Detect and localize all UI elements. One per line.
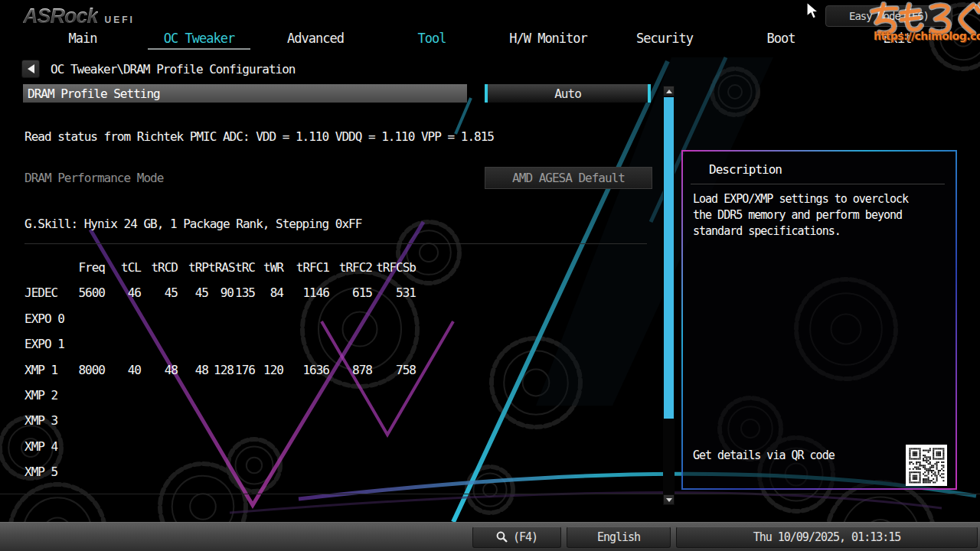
- column-header: tRAS: [208, 260, 234, 276]
- scroll-up-icon: [666, 90, 672, 93]
- value-accent-right: [648, 84, 651, 103]
- search-icon: [496, 531, 508, 543]
- table-cell: 45: [178, 285, 208, 301]
- tab-label: Main: [69, 31, 97, 46]
- dram-perf-mode-label: DRAM Performance Mode: [24, 171, 163, 185]
- back-arrow-icon: [28, 64, 34, 73]
- tab-exit[interactable]: Exit: [839, 31, 956, 52]
- memory-table-header: FreqtCLtRCDtRPtRAStRCtWRtRFC1tRFC2tRFCSb: [24, 260, 416, 285]
- tab-security[interactable]: Security: [606, 31, 723, 52]
- table-row: EXPO 0: [24, 311, 416, 337]
- row-label: XMP 2: [24, 388, 77, 403]
- easy-mode-label: Easy Mode (F6): [849, 10, 929, 22]
- table-cell: 48: [178, 363, 208, 378]
- setting-row-dram-profile[interactable]: DRAM Profile Setting: [23, 84, 467, 103]
- table-cell: 5600: [77, 285, 105, 301]
- row-label: XMP 5: [24, 465, 77, 480]
- table-row: XMP 3: [24, 413, 416, 439]
- tab-label: Tool: [418, 31, 446, 46]
- back-button[interactable]: [21, 60, 40, 78]
- tab-advanced[interactable]: Advanced: [257, 31, 374, 52]
- description-title: Description: [709, 162, 782, 177]
- tab-h-w-monitor[interactable]: H/W Monitor: [490, 31, 606, 52]
- table-row: XMP 4: [24, 439, 416, 465]
- scroll-down-icon: [666, 498, 672, 502]
- dimm-info-line: G.Skill: Hynix 24 GB, 1 Package Rank, St…: [24, 217, 361, 231]
- column-header: tRFC2: [329, 260, 372, 276]
- pmic-status-line: Read status from Richtek PMIC ADC: VDD =…: [24, 129, 494, 144]
- qr-code: [906, 445, 947, 486]
- table-row: XMP 2: [24, 388, 416, 413]
- table-cell: 1636: [283, 363, 329, 378]
- scrollbar-thumb[interactable]: [664, 97, 674, 419]
- table-cell: 615: [329, 285, 372, 301]
- column-header: tRC: [234, 260, 255, 276]
- footer-bar: (F4) English Thu 10/09/2025, 01:13:15: [0, 522, 980, 551]
- table-cell: 120: [255, 363, 283, 378]
- value-accent-left: [485, 84, 488, 103]
- tab-label: Security: [636, 31, 693, 46]
- table-cell: 1146: [283, 285, 329, 301]
- table-row: XMP 5: [24, 465, 416, 490]
- tab-label: Advanced: [287, 31, 344, 46]
- table-cell: 48: [141, 363, 178, 378]
- bios-screen: ASRock UEFI Easy Mode (F6) MainOC Tweake…: [0, 0, 980, 551]
- tab-label: Exit: [884, 31, 912, 46]
- dram-profile-value-box[interactable]: Auto: [485, 84, 651, 103]
- column-header: tRP: [178, 260, 208, 276]
- language-button[interactable]: English: [567, 527, 671, 548]
- search-button[interactable]: (F4): [472, 527, 561, 548]
- search-hotkey: (F4): [513, 530, 537, 544]
- description-body: Load EXPO/XMP settings to overclock the …: [693, 191, 924, 240]
- description-panel: Description Load EXPO/XMP settings to ov…: [681, 150, 957, 490]
- tab-label: H/W Monitor: [509, 31, 587, 46]
- uefi-logo-text: UEFI: [105, 15, 135, 25]
- language-label: English: [597, 530, 640, 544]
- column-header: tRFCSb: [372, 260, 416, 276]
- table-row: XMP 180004048481281761201636878758: [24, 363, 416, 388]
- tab-main[interactable]: Main: [24, 31, 141, 52]
- row-label: EXPO 0: [24, 311, 77, 327]
- row-label: EXPO 1: [24, 337, 77, 352]
- row-label: XMP 4: [24, 439, 77, 455]
- column-header: tRCD: [141, 260, 178, 276]
- qr-label: Get details via QR code: [693, 448, 835, 462]
- tab-underline: [148, 48, 250, 50]
- datetime-text: Thu 10/09/2025, 01:13:15: [753, 530, 901, 544]
- table-cell: 84: [255, 285, 283, 301]
- dram-perf-mode-value-box: AMD AGESA Default: [485, 167, 652, 189]
- table-cell: 531: [372, 285, 416, 301]
- table-cell: 40: [105, 363, 141, 378]
- asrock-logo-text: ASRock: [23, 5, 98, 28]
- description-divider: [691, 184, 945, 184]
- table-row: JEDEC560046454590135841146615531: [24, 285, 416, 311]
- easy-mode-button[interactable]: Easy Mode (F6): [825, 5, 952, 27]
- dram-perf-mode-value: AMD AGESA Default: [512, 171, 625, 185]
- breadcrumb: OC Tweaker\DRAM Profile Configuration: [51, 62, 295, 77]
- tab-boot[interactable]: Boot: [723, 31, 839, 52]
- memory-table: FreqtCLtRCDtRPtRAStRCtWRtRFC1tRFC2tRFCSb…: [24, 260, 416, 491]
- row-label: XMP 1: [24, 363, 77, 378]
- table-cell: 46: [105, 285, 141, 301]
- nav-tabs: MainOC TweakerAdvancedToolH/W MonitorSec…: [24, 31, 956, 52]
- scroll-up-button[interactable]: [663, 86, 675, 96]
- table-cell: 8000: [77, 363, 105, 378]
- column-header: Freq: [77, 260, 105, 276]
- tab-oc-tweaker[interactable]: OC Tweaker: [141, 31, 257, 52]
- content-bottom-divider: [0, 494, 980, 494]
- asrock-logo: ASRock UEFI: [23, 5, 135, 28]
- table-cell: 878: [329, 363, 372, 378]
- table-cell: 45: [141, 285, 178, 301]
- dram-profile-value: Auto: [554, 86, 581, 101]
- table-cell: 758: [372, 363, 416, 378]
- tab-tool[interactable]: Tool: [374, 31, 490, 52]
- tab-label: OC Tweaker: [164, 31, 234, 46]
- table-row: EXPO 1: [24, 337, 416, 362]
- table-cell: 90: [208, 285, 234, 301]
- scroll-down-button[interactable]: [663, 494, 675, 505]
- table-cell: 176: [234, 363, 255, 378]
- scrollbar[interactable]: [663, 86, 675, 505]
- row-label: JEDEC: [24, 285, 77, 301]
- table-cell: 135: [234, 285, 255, 301]
- column-header: tCL: [105, 260, 141, 276]
